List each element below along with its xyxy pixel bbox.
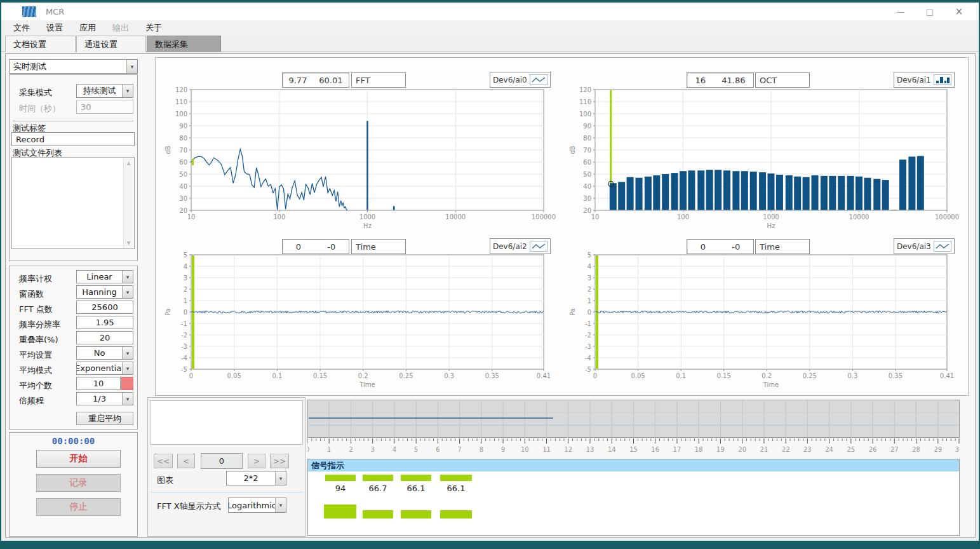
chevron-down-icon: ▾ — [275, 471, 286, 485]
test-tag-input[interactable]: Record — [11, 132, 135, 146]
channel-selector[interactable]: Dev6/ai2 — [490, 238, 551, 254]
maximize-button[interactable]: □ — [915, 3, 944, 20]
svg-text:40: 40 — [179, 183, 187, 190]
svg-text:3: 3 — [587, 274, 591, 281]
svg-text:0: 0 — [307, 446, 309, 453]
svg-text:0.41: 0.41 — [940, 372, 954, 379]
svg-text:0.2: 0.2 — [358, 372, 368, 379]
svg-text:60: 60 — [179, 159, 187, 166]
window-border-bottom — [0, 541, 980, 549]
signal-level-value: 66.1 — [436, 484, 476, 493]
svg-text:14: 14 — [608, 446, 616, 453]
start-button[interactable]: 开始 — [36, 450, 121, 468]
signal-level-value: 94 — [321, 484, 359, 493]
menu-about[interactable]: 关于 — [144, 21, 164, 35]
average-count-input[interactable]: 10 — [76, 377, 121, 390]
svg-text:Hz: Hz — [767, 222, 775, 229]
octave-select[interactable]: 1/3▾ — [76, 392, 133, 405]
test-mode-select[interactable]: 实时测试 ▾ — [9, 59, 138, 74]
test-file-list[interactable]: ▲ ▼ — [11, 157, 135, 249]
svg-text:0.2: 0.2 — [762, 372, 772, 379]
svg-text:0: 0 — [189, 372, 193, 379]
freq-resolution-input[interactable]: 1.95 — [76, 316, 133, 329]
svg-text:25: 25 — [847, 446, 855, 453]
param-label: 倍频程 — [19, 395, 44, 407]
time-chart-panel-2: -5-4-3-2-101234500.050.10.150.20.250.30.… — [562, 237, 967, 396]
svg-text:0.05: 0.05 — [631, 372, 645, 379]
svg-text:0.15: 0.15 — [717, 372, 731, 379]
param-label: 平均设置 — [19, 349, 52, 361]
restart-average-button[interactable]: 重启平均 — [76, 412, 133, 425]
menu-settings[interactable]: 设置 — [44, 21, 65, 35]
svg-text:-3: -3 — [181, 343, 187, 350]
close-button[interactable]: × — [944, 3, 974, 20]
acq-mode-select[interactable]: 持续测试 ▾ — [76, 84, 133, 98]
line-chart-icon — [530, 74, 547, 85]
chevron-down-icon: ▾ — [122, 347, 133, 359]
average-setting-select[interactable]: No▾ — [76, 346, 133, 360]
svg-text:70: 70 — [583, 147, 591, 154]
svg-text:110: 110 — [579, 98, 591, 105]
svg-text:100: 100 — [677, 214, 689, 220]
page-counter[interactable]: 0 — [201, 453, 243, 469]
menu-file[interactable]: 文件 — [11, 21, 32, 35]
svg-text:100000: 100000 — [532, 214, 556, 220]
channel-selector[interactable]: Dev6/ai1 — [894, 72, 955, 88]
svg-text:5: 5 — [184, 252, 187, 259]
nav-next-button[interactable]: > — [248, 454, 265, 468]
time-plot-1[interactable]: -5-4-3-2-101234500.050.10.150.20.250.30.… — [158, 237, 560, 396]
signal-level-bar — [440, 475, 472, 481]
svg-text:13: 13 — [586, 446, 594, 453]
title-bar: MCR — □ × — [1, 3, 979, 20]
svg-text:100: 100 — [175, 111, 187, 118]
chevron-down-icon: ▾ — [122, 85, 133, 97]
chart-layout-select[interactable]: 2*2▾ — [226, 471, 286, 485]
param-label: 重叠率(%) — [19, 334, 58, 346]
divider — [13, 121, 133, 121]
charts-area: 2030405060708090100110120101001000100001… — [155, 57, 969, 396]
channel-selector[interactable]: Dev6/ai0 — [490, 72, 551, 88]
tab-data-acquisition[interactable]: 数据采集 — [147, 36, 221, 52]
file-list-scrollbar[interactable]: ▲ ▼ — [123, 158, 133, 248]
svg-text:3: 3 — [371, 446, 375, 453]
svg-text:-4: -4 — [585, 355, 591, 362]
tab-document-settings[interactable]: 文档设置 — [5, 36, 76, 52]
record-timeline[interactable]: 0123456789101112131415161718192021222324… — [307, 400, 960, 456]
svg-text:0: 0 — [587, 309, 591, 316]
scroll-up-icon[interactable]: ▲ — [124, 158, 133, 168]
menu-application[interactable]: 应用 — [77, 21, 98, 35]
tab-channel-settings[interactable]: 通道设置 — [76, 36, 146, 52]
nav-first-button[interactable]: << — [154, 454, 173, 468]
scroll-down-icon[interactable]: ▼ — [124, 238, 133, 248]
bar-chart-icon — [934, 74, 951, 85]
test-mode-value: 实时测试 — [10, 60, 126, 73]
svg-text:-2: -2 — [181, 332, 187, 339]
svg-text:5: 5 — [587, 252, 591, 259]
chevron-down-icon: ▾ — [122, 393, 133, 405]
app-logo-icon — [22, 6, 36, 17]
svg-text:100: 100 — [579, 111, 591, 118]
freq-weighting-select[interactable]: Linear▾ — [76, 270, 133, 283]
channel-selector[interactable]: Dev6/ai3 — [894, 238, 955, 254]
svg-text:-1: -1 — [585, 320, 591, 327]
time-plot-2[interactable]: -5-4-3-2-101234500.050.10.150.20.250.30.… — [562, 237, 967, 396]
overlap-input[interactable]: 20 — [76, 331, 133, 344]
svg-text:28: 28 — [912, 446, 920, 453]
svg-text:0: 0 — [184, 309, 187, 316]
svg-text:10: 10 — [187, 214, 196, 220]
chevron-down-icon: ▾ — [126, 60, 137, 73]
nav-prev-button[interactable]: < — [177, 454, 195, 468]
svg-text:dB: dB — [569, 146, 576, 154]
tab-strip: 文档设置 通道设置 数据采集 — [1, 36, 979, 52]
display-controls-panel: << < 0 > >> 图表 2*2▾ FFT X轴显示方式 Logarithm… — [147, 397, 305, 537]
svg-text:90: 90 — [583, 123, 591, 130]
svg-text:100000: 100000 — [935, 214, 959, 220]
nav-last-button[interactable]: >> — [270, 454, 289, 468]
svg-text:120: 120 — [175, 86, 187, 93]
fft-axis-mode-select[interactable]: Logarithmic▾ — [228, 498, 286, 513]
minimize-button[interactable]: — — [886, 3, 915, 20]
average-mode-select[interactable]: Exponential▾ — [76, 362, 133, 375]
fft-points-input[interactable]: 25600 — [76, 301, 133, 314]
window-function-select[interactable]: Hanning▾ — [76, 285, 133, 299]
svg-text:22: 22 — [782, 446, 790, 453]
